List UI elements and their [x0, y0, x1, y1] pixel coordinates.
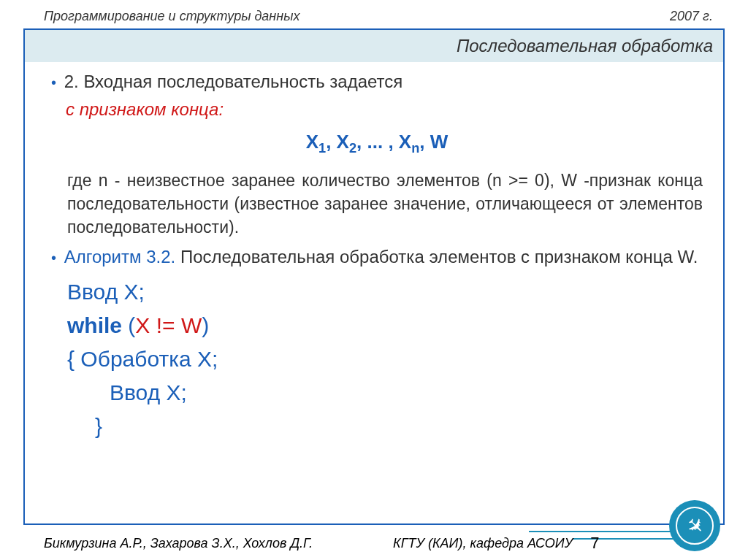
seq-subn: n — [411, 141, 419, 156]
bullet-icon: • — [51, 74, 59, 91]
footer: Бикмурзина А.Р., Захарова З.Х., Хохлов Д… — [0, 534, 748, 553]
algorithm-label: Алгоритм 3.2. — [64, 247, 180, 266]
seq-x1: X — [306, 131, 318, 153]
seq-sub2: 2 — [349, 141, 356, 156]
code-process: Обработка X; — [80, 347, 218, 371]
point-2-line: • 2. Входная последовательность задается — [51, 69, 703, 94]
seq-sub1: 1 — [318, 141, 326, 156]
page-number: 7 — [590, 534, 599, 553]
code-while: while (X != W) — [67, 310, 703, 341]
end-marker-label: с признаком конца: — [66, 99, 224, 119]
slide-frame: Последовательная обработка • 2. Входная … — [23, 28, 725, 525]
slide-content: • 2. Входная последовательность задается… — [25, 62, 723, 452]
while-paren-close: ) — [202, 313, 209, 337]
point-number: 2. — [64, 72, 84, 91]
algorithm-text: Последовательная обработка элементов с п… — [180, 247, 698, 266]
seq-dots: , ... , — [356, 131, 399, 153]
while-condition: X != W — [135, 313, 202, 337]
code-brace-open-line: { Обработка X; — [67, 344, 703, 375]
logo-swoosh-1 — [529, 531, 682, 532]
seq-w: , W — [419, 131, 448, 153]
footer-affiliation: КГТУ (КАИ), кафедра АСОИУ — [393, 536, 573, 551]
slide-title: Последовательная обработка — [25, 30, 723, 62]
code-brace-close: } — [67, 411, 703, 442]
explanation-text: где n - неизвестное заранее количество э… — [51, 169, 703, 239]
code-input1: Ввод X; — [67, 277, 703, 307]
code-input2: Ввод X; — [67, 377, 703, 408]
seq-x2: X — [337, 131, 349, 153]
while-paren-open: ( — [122, 313, 135, 337]
while-keyword: while — [67, 313, 122, 337]
header-course: Программирование и структуры данных — [44, 9, 299, 24]
bullet-icon-2: • — [51, 250, 59, 266]
header-year: 2007 г. — [670, 9, 713, 24]
footer-authors: Бикмурзина А.Р., Захарова З.Х., Хохлов Д… — [44, 536, 313, 551]
algorithm-line: • Алгоритм 3.2. Последовательная обработ… — [51, 245, 703, 269]
code-block: Ввод X; while (X != W) { Обработка X; Вв… — [51, 277, 703, 442]
brace-open: { — [67, 347, 80, 371]
end-marker-line: с признаком конца: — [51, 97, 703, 122]
point-text: Входная последовательность задается — [83, 72, 402, 91]
seq-xn: X — [399, 131, 411, 153]
sequence-expression: X1, X2, ... , Xn, W — [51, 129, 703, 158]
